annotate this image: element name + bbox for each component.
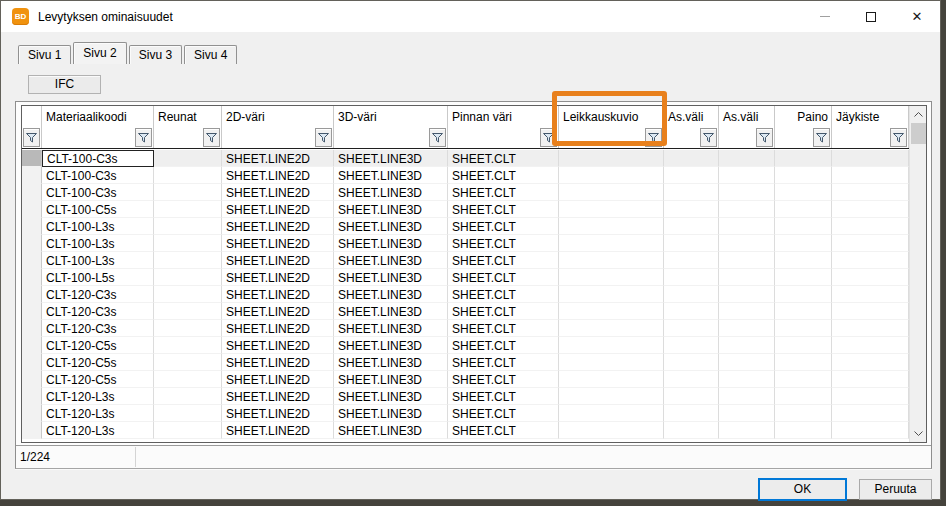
- filter-cell[interactable]: [22, 127, 42, 148]
- table-row[interactable]: CLT-120-C3sSHEET.LINE2DSHEET.LINE3DSHEET…: [22, 320, 909, 337]
- cell[interactable]: [719, 252, 775, 269]
- cell[interactable]: [719, 337, 775, 354]
- cell[interactable]: [832, 218, 909, 235]
- cell[interactable]: CLT-100-L3s: [42, 218, 154, 235]
- cell[interactable]: [719, 320, 775, 337]
- filter-cell[interactable]: [775, 127, 832, 148]
- tab-sivu-1[interactable]: Sivu 1: [18, 45, 71, 64]
- cell[interactable]: SHEET.LINE2D: [222, 235, 334, 252]
- cell[interactable]: SHEET.LINE2D: [222, 388, 334, 405]
- cell[interactable]: CLT-120-C5s: [42, 354, 154, 371]
- vertical-scrollbar[interactable]: [909, 106, 926, 442]
- column-header-Materiaalikoodi[interactable]: Materiaalikoodi: [42, 106, 154, 127]
- column-header-3D-väri[interactable]: 3D-väri: [334, 106, 448, 127]
- row-marker[interactable]: [22, 320, 42, 337]
- scroll-down-button[interactable]: [910, 425, 927, 442]
- cell[interactable]: SHEET.LINE2D: [222, 184, 334, 201]
- cell[interactable]: SHEET.CLT: [448, 150, 559, 167]
- cell[interactable]: [664, 371, 719, 388]
- cell[interactable]: [559, 320, 664, 337]
- cell[interactable]: [775, 269, 832, 286]
- cell[interactable]: SHEET.LINE3D: [334, 286, 448, 303]
- cell[interactable]: [775, 235, 832, 252]
- cell[interactable]: [775, 303, 832, 320]
- cell[interactable]: [832, 235, 909, 252]
- cell[interactable]: SHEET.LINE2D: [222, 286, 334, 303]
- cell[interactable]: SHEET.LINE2D: [222, 167, 334, 184]
- cell[interactable]: CLT-120-C5s: [42, 371, 154, 388]
- column-header-Pinnan väri[interactable]: Pinnan väri: [448, 106, 559, 127]
- cell[interactable]: SHEET.CLT: [448, 184, 559, 201]
- cell[interactable]: [154, 422, 222, 439]
- cell[interactable]: [719, 201, 775, 218]
- cell[interactable]: SHEET.LINE3D: [334, 320, 448, 337]
- cell[interactable]: [832, 167, 909, 184]
- row-marker[interactable]: [22, 422, 42, 439]
- cell[interactable]: [832, 371, 909, 388]
- cell[interactable]: SHEET.LINE2D: [222, 320, 334, 337]
- cell[interactable]: [559, 422, 664, 439]
- cell[interactable]: SHEET.CLT: [448, 252, 559, 269]
- table-row[interactable]: CLT-120-C3sSHEET.LINE2DSHEET.LINE3DSHEET…: [22, 286, 909, 303]
- table-row[interactable]: CLT-100-C3sSHEET.LINE2DSHEET.LINE3DSHEET…: [22, 150, 909, 167]
- cell[interactable]: CLT-120-L3s: [42, 388, 154, 405]
- filter-cell[interactable]: [664, 127, 719, 148]
- cell[interactable]: SHEET.CLT: [448, 354, 559, 371]
- column-header-Reunat[interactable]: Reunat: [154, 106, 222, 127]
- cell[interactable]: [719, 371, 775, 388]
- cell[interactable]: CLT-100-L3s: [42, 252, 154, 269]
- table-row[interactable]: CLT-120-C5sSHEET.LINE2DSHEET.LINE3DSHEET…: [22, 354, 909, 371]
- cell[interactable]: [832, 303, 909, 320]
- table-row[interactable]: CLT-100-L3sSHEET.LINE2DSHEET.LINE3DSHEET…: [22, 252, 909, 269]
- cell[interactable]: [154, 150, 222, 167]
- cell[interactable]: SHEET.CLT: [448, 320, 559, 337]
- column-header-Paino[interactable]: Paino: [775, 106, 832, 127]
- row-marker[interactable]: [22, 150, 42, 167]
- cell[interactable]: [154, 320, 222, 337]
- filter-cell[interactable]: [559, 127, 664, 148]
- cell[interactable]: [664, 422, 719, 439]
- cell[interactable]: [719, 150, 775, 167]
- filter-funnel-button[interactable]: [23, 128, 40, 147]
- table-row[interactable]: CLT-120-C5sSHEET.LINE2DSHEET.LINE3DSHEET…: [22, 371, 909, 388]
- cell[interactable]: [775, 252, 832, 269]
- cell[interactable]: SHEET.LINE3D: [334, 218, 448, 235]
- cell[interactable]: SHEET.LINE2D: [222, 337, 334, 354]
- cell[interactable]: [775, 286, 832, 303]
- column-header-2D-väri[interactable]: 2D-väri: [222, 106, 334, 127]
- scrollbar-thumb[interactable]: [911, 123, 926, 144]
- cell[interactable]: [664, 201, 719, 218]
- cell[interactable]: SHEET.LINE3D: [334, 422, 448, 439]
- filter-funnel-button[interactable]: [700, 128, 717, 147]
- cell[interactable]: SHEET.LINE3D: [334, 252, 448, 269]
- cell[interactable]: [664, 354, 719, 371]
- cell[interactable]: SHEET.CLT: [448, 388, 559, 405]
- filter-funnel-button[interactable]: [540, 128, 557, 147]
- cell[interactable]: CLT-100-L5s: [42, 269, 154, 286]
- cell[interactable]: SHEET.LINE2D: [222, 150, 334, 167]
- minimize-button[interactable]: [802, 1, 848, 32]
- cell[interactable]: CLT-120-L3s: [42, 422, 154, 439]
- column-header-As.väli[interactable]: As.väli: [664, 106, 719, 127]
- cell[interactable]: SHEET.LINE2D: [222, 371, 334, 388]
- table-row[interactable]: CLT-100-L3sSHEET.LINE2DSHEET.LINE3DSHEET…: [22, 235, 909, 252]
- cell[interactable]: [154, 303, 222, 320]
- cell[interactable]: [719, 303, 775, 320]
- filter-funnel-button[interactable]: [756, 128, 773, 147]
- cell[interactable]: [154, 371, 222, 388]
- cell[interactable]: [559, 252, 664, 269]
- cell[interactable]: [832, 286, 909, 303]
- row-marker[interactable]: [22, 303, 42, 320]
- cell[interactable]: [775, 388, 832, 405]
- cell[interactable]: [719, 167, 775, 184]
- row-marker[interactable]: [22, 405, 42, 422]
- cell[interactable]: [832, 405, 909, 422]
- cell[interactable]: [832, 269, 909, 286]
- cell[interactable]: SHEET.LINE2D: [222, 303, 334, 320]
- cell[interactable]: SHEET.CLT: [448, 218, 559, 235]
- filter-funnel-button[interactable]: [135, 128, 152, 147]
- cell[interactable]: SHEET.LINE2D: [222, 405, 334, 422]
- ifc-button[interactable]: IFC: [28, 75, 101, 94]
- cell[interactable]: SHEET.CLT: [448, 405, 559, 422]
- cell[interactable]: [559, 388, 664, 405]
